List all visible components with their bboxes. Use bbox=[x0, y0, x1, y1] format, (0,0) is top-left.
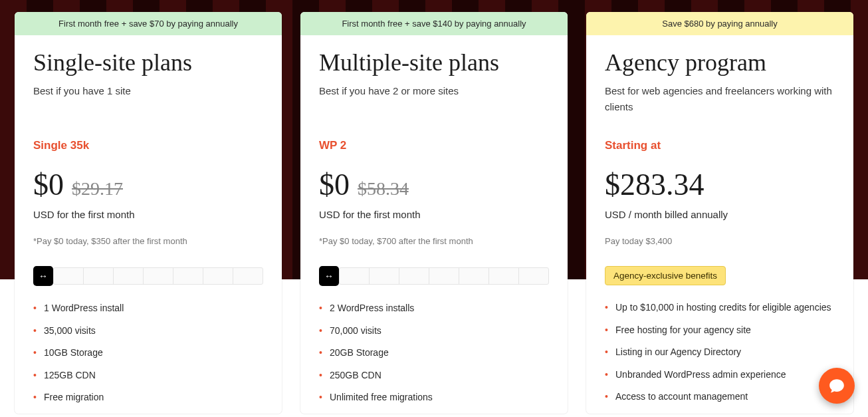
feature-item: 250GB CDN bbox=[319, 369, 549, 382]
old-price: $58.34 bbox=[358, 178, 409, 200]
card-body: Single-site plansBest if you have 1 site… bbox=[15, 35, 282, 414]
plan-tier: WP 2 bbox=[319, 139, 549, 152]
price: $0 bbox=[319, 167, 350, 202]
card-body: Multiple-site plansBest if you have 2 or… bbox=[300, 35, 568, 414]
agency-benefits-badge: Agency-exclusive benefits bbox=[605, 266, 726, 285]
slider-handle[interactable]: ↔ bbox=[33, 266, 53, 286]
fine-print: *Pay $0 today, $350 after the first mont… bbox=[33, 236, 263, 246]
pricing-card-2: Save $680 by paying annuallyAgency progr… bbox=[586, 12, 853, 414]
plan-tier: Starting at bbox=[605, 139, 835, 152]
price-row: $283.34 bbox=[605, 167, 835, 202]
slider-tick bbox=[340, 268, 370, 284]
plan-subtitle: Best if you have 1 site bbox=[33, 83, 263, 116]
pricing-cards: First month free + save $70 by paying an… bbox=[15, 12, 853, 414]
feature-item: Access to account management bbox=[605, 390, 835, 404]
pricing-card-0: First month free + save $70 by paying an… bbox=[15, 12, 282, 414]
pricing-card-1: First month free + save $140 by paying a… bbox=[300, 12, 568, 414]
slider-tick bbox=[370, 268, 399, 284]
slider-track[interactable] bbox=[53, 267, 263, 285]
old-price: $29.17 bbox=[72, 178, 123, 200]
plan-subtitle: Best for web agencies and freelancers wo… bbox=[605, 83, 835, 116]
feature-item: Free hosting for your agency site bbox=[605, 324, 835, 337]
slider-tick bbox=[173, 268, 203, 284]
slider-tick bbox=[399, 268, 429, 284]
promo-banner: First month free + save $70 by paying an… bbox=[15, 12, 282, 35]
feature-item: 125GB CDN bbox=[33, 369, 263, 382]
plan-title: Agency program bbox=[605, 49, 835, 76]
slider-tick bbox=[519, 268, 548, 284]
plan-title: Multiple-site plans bbox=[319, 49, 549, 76]
price-row: $0$58.34 bbox=[319, 167, 549, 202]
slider-handle[interactable]: ↔ bbox=[319, 266, 339, 286]
feature-list: Up to $10,000 in hosting credits for eli… bbox=[605, 301, 835, 404]
promo-banner: Save $680 by paying annually bbox=[586, 12, 853, 35]
slider-tick bbox=[203, 268, 233, 284]
tier-slider[interactable]: ↔ bbox=[319, 266, 549, 286]
price-caption: USD / month billed annually bbox=[605, 209, 835, 220]
fine-print: *Pay $0 today, $700 after the first mont… bbox=[319, 236, 549, 246]
slider-tick bbox=[144, 268, 173, 284]
slider-tick bbox=[459, 268, 489, 284]
chat-button[interactable] bbox=[819, 368, 855, 404]
feature-item: Listing in our Agency Directory bbox=[605, 346, 835, 359]
feature-item: 20GB Storage bbox=[319, 347, 549, 360]
card-body: Agency programBest for web agencies and … bbox=[586, 35, 853, 413]
feature-item: 2 WordPress installs bbox=[319, 302, 549, 315]
promo-banner: First month free + save $140 by paying a… bbox=[300, 12, 568, 35]
slider-track[interactable] bbox=[339, 267, 549, 285]
feature-item: 1 WordPress install bbox=[33, 302, 263, 315]
drag-icon: ↔ bbox=[324, 271, 334, 281]
feature-list: 1 WordPress install35,000 visits10GB Sto… bbox=[33, 302, 263, 404]
feature-item: 70,000 visits bbox=[319, 325, 549, 338]
plan-title: Single-site plans bbox=[33, 49, 263, 76]
feature-item: Unbranded WordPress admin experience bbox=[605, 368, 835, 382]
plan-subtitle: Best if you have 2 or more sites bbox=[319, 83, 549, 116]
slider-tick bbox=[233, 268, 263, 284]
price-caption: USD for the first month bbox=[33, 209, 263, 220]
feature-item: Up to $10,000 in hosting credits for eli… bbox=[605, 301, 835, 315]
price: $0 bbox=[33, 167, 64, 202]
price-row: $0$29.17 bbox=[33, 167, 263, 202]
slider-tick bbox=[489, 268, 519, 284]
feature-item: Free migration bbox=[33, 391, 263, 404]
plan-tier: Single 35k bbox=[33, 139, 263, 152]
feature-item: 10GB Storage bbox=[33, 347, 263, 360]
feature-item: Unlimited free migrations bbox=[319, 391, 549, 404]
slider-tick bbox=[84, 268, 114, 284]
chat-icon bbox=[828, 377, 845, 394]
tier-slider[interactable]: ↔ bbox=[33, 266, 263, 286]
drag-icon: ↔ bbox=[39, 271, 48, 281]
feature-item: 35,000 visits bbox=[33, 325, 263, 338]
price: $283.34 bbox=[605, 167, 705, 202]
feature-list: 2 WordPress installs70,000 visits20GB St… bbox=[319, 302, 549, 404]
slider-tick bbox=[114, 268, 144, 284]
slider-tick bbox=[429, 268, 459, 284]
fine-print: Pay today $3,400 bbox=[605, 236, 835, 246]
slider-tick bbox=[54, 268, 84, 284]
price-caption: USD for the first month bbox=[319, 209, 549, 220]
